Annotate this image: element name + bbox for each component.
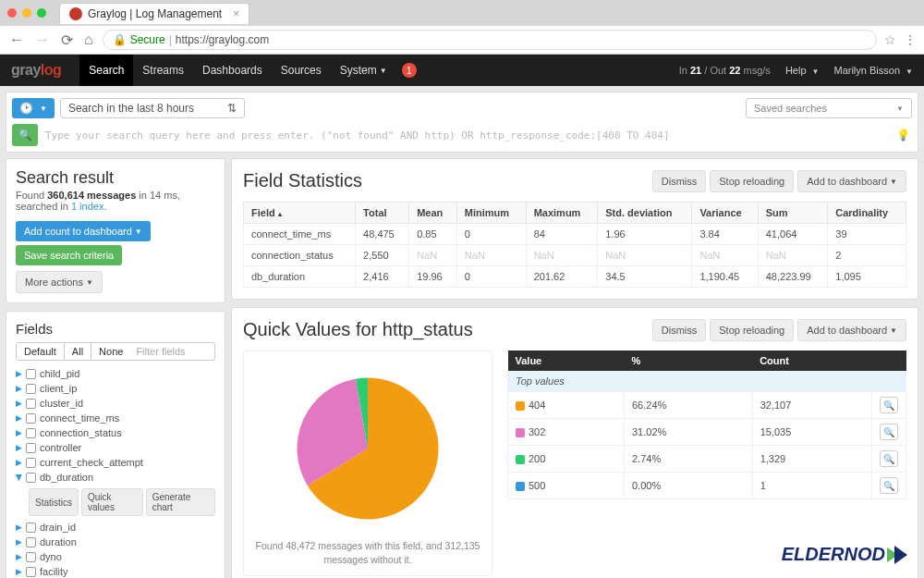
pill-none[interactable]: None bbox=[91, 342, 130, 361]
column-header[interactable]: Cardinality bbox=[828, 203, 906, 224]
field-item[interactable]: ▶controller bbox=[16, 440, 215, 455]
column-header[interactable]: Std. deviation bbox=[598, 203, 692, 224]
home-icon[interactable]: ⌂ bbox=[82, 31, 95, 48]
table-row: connection_status2,550NaNNaNNaNNaNNaNNaN… bbox=[244, 245, 906, 266]
magnify-icon[interactable]: 🔍 bbox=[880, 477, 898, 494]
magnify-icon[interactable]: 🔍 bbox=[880, 397, 898, 413]
field-item[interactable]: ▶client_ip bbox=[16, 381, 215, 396]
column-header[interactable]: Variance bbox=[692, 203, 758, 224]
field-item[interactable]: ▶cluster_id bbox=[16, 396, 215, 411]
checkbox[interactable] bbox=[26, 413, 36, 424]
dismiss-button[interactable]: Dismiss bbox=[652, 170, 707, 192]
field-item[interactable]: ▶dyno bbox=[16, 549, 215, 564]
checkbox[interactable] bbox=[26, 523, 36, 533]
checkbox[interactable] bbox=[26, 443, 36, 453]
magnify-icon[interactable]: 🔍 bbox=[880, 450, 898, 467]
checkbox[interactable] bbox=[26, 384, 36, 394]
logo: graylog bbox=[11, 62, 61, 79]
window-close-dot[interactable] bbox=[7, 8, 17, 18]
field-item[interactable]: ▶connection_status bbox=[16, 425, 215, 440]
caret-icon: ▶ bbox=[16, 384, 22, 393]
save-search-criteria-button[interactable]: Save search criteria bbox=[16, 245, 122, 265]
field-item[interactable]: ▶db_duration bbox=[16, 470, 215, 485]
field-action-button[interactable]: Quick values bbox=[81, 488, 143, 516]
pill-default[interactable]: Default bbox=[16, 342, 65, 361]
magnify-icon[interactable]: 🔍 bbox=[880, 424, 898, 440]
checkbox[interactable] bbox=[26, 537, 36, 547]
checkbox[interactable] bbox=[26, 473, 36, 483]
column-header[interactable]: Field ▴ bbox=[244, 203, 356, 224]
result-meta: Found 360,614 messages in 14 ms, searche… bbox=[16, 190, 215, 212]
caret-icon: ▶ bbox=[16, 458, 22, 467]
filter-fields-input[interactable]: Filter fields bbox=[130, 342, 215, 361]
checkbox[interactable] bbox=[26, 552, 36, 562]
field-action-button[interactable]: Statistics bbox=[29, 488, 79, 516]
column-header[interactable]: Mean bbox=[409, 203, 457, 224]
pie-caption: Found 48,472 messages with this field, a… bbox=[253, 539, 482, 566]
field-action-button[interactable]: Generate chart bbox=[146, 488, 215, 516]
window-min-dot[interactable] bbox=[22, 8, 31, 18]
stop-reloading-button[interactable]: Stop reloading bbox=[710, 319, 794, 341]
help-menu[interactable]: Help ▼ bbox=[785, 65, 820, 76]
url-field[interactable]: 🔒 Secure | https://graylog.com bbox=[103, 30, 877, 50]
caret-icon: ▶ bbox=[16, 552, 22, 561]
nav-streams[interactable]: Streams bbox=[133, 55, 193, 86]
user-menu[interactable]: Marilyn Bisson ▼ bbox=[833, 65, 913, 76]
field-item[interactable]: ▶connect_time_ms bbox=[16, 411, 215, 425]
clock-icon: 🕑 bbox=[19, 102, 33, 115]
star-icon[interactable]: ☆ bbox=[884, 32, 896, 47]
search-input[interactable]: Type your search query here and press en… bbox=[43, 124, 912, 146]
window-max-dot[interactable] bbox=[37, 8, 46, 18]
forward-icon[interactable]: → bbox=[33, 31, 52, 48]
checkbox[interactable] bbox=[26, 399, 36, 409]
time-mode-button[interactable]: 🕑▼ bbox=[12, 98, 55, 118]
field-item[interactable]: ▶drain_id bbox=[16, 520, 215, 535]
notification-badge[interactable]: 1 bbox=[402, 63, 417, 78]
nav-sources[interactable]: Sources bbox=[272, 55, 331, 86]
add-to-dashboard-button[interactable]: Add to dashboard ▼ bbox=[797, 319, 906, 341]
search-button[interactable]: 🔍 bbox=[12, 124, 38, 146]
quick-values-section: Quick Values for http_status Dismiss Sto… bbox=[231, 307, 918, 578]
back-icon[interactable]: ← bbox=[7, 31, 26, 48]
app-header: graylog Search Streams Dashboards Source… bbox=[0, 55, 924, 86]
stop-reloading-button[interactable]: Stop reloading bbox=[710, 170, 794, 192]
browser-tab[interactable]: Graylog | Log Management × bbox=[59, 3, 249, 24]
lightbulb-icon[interactable]: 💡 bbox=[896, 129, 910, 141]
column-header[interactable]: Total bbox=[356, 203, 409, 224]
throughput-text: In 21 / Out 22 msg/s bbox=[679, 65, 771, 76]
tab-title: Graylog | Log Management bbox=[88, 7, 222, 20]
column-header[interactable]: Maximum bbox=[526, 203, 598, 224]
field-item[interactable]: ▶current_check_attempt bbox=[16, 455, 215, 470]
checkbox[interactable] bbox=[26, 458, 36, 468]
more-actions-button[interactable]: More actions ▼ bbox=[16, 271, 103, 293]
chevron-down-icon: ▼ bbox=[896, 105, 904, 113]
add-count-to-dashboard-button[interactable]: Add count to dashboard ▼ bbox=[16, 221, 151, 241]
field-name: db_duration bbox=[40, 472, 93, 483]
saved-searches-select[interactable]: Saved searches▼ bbox=[746, 98, 912, 118]
field-name: current_check_attempt bbox=[40, 457, 143, 468]
add-to-dashboard-button[interactable]: Add to dashboard ▼ bbox=[797, 170, 906, 192]
watermark: ELDERNOD bbox=[782, 544, 907, 565]
column-header[interactable]: Minimum bbox=[456, 203, 526, 224]
pill-all[interactable]: All bbox=[65, 342, 91, 361]
time-range-select[interactable]: Search in the last 8 hours⇅ bbox=[60, 98, 245, 118]
nav-system[interactable]: System▼ bbox=[331, 55, 396, 86]
index-link[interactable]: 1 index bbox=[71, 201, 103, 212]
checkbox[interactable] bbox=[26, 369, 36, 379]
checkbox[interactable] bbox=[26, 428, 36, 438]
browser-menu-icon[interactable]: ⋮ bbox=[904, 32, 917, 47]
column-header[interactable]: Sum bbox=[758, 203, 828, 224]
dismiss-button[interactable]: Dismiss bbox=[652, 319, 707, 341]
close-tab-icon[interactable]: × bbox=[233, 7, 239, 20]
field-item[interactable]: ▶facility bbox=[16, 564, 215, 578]
checkbox[interactable] bbox=[26, 567, 36, 577]
field-name: connect_time_ms bbox=[40, 412, 119, 424]
field-item[interactable]: ▶duration bbox=[16, 535, 215, 549]
nav-search[interactable]: Search bbox=[79, 55, 133, 86]
field-name: child_pid bbox=[40, 368, 79, 379]
reload-icon[interactable]: ⟳ bbox=[59, 31, 75, 49]
caret-icon: ▶ bbox=[16, 413, 22, 423]
url-text: https://graylog.com bbox=[176, 33, 269, 46]
nav-dashboards[interactable]: Dashboards bbox=[193, 55, 272, 86]
field-item[interactable]: ▶child_pid bbox=[16, 366, 215, 381]
